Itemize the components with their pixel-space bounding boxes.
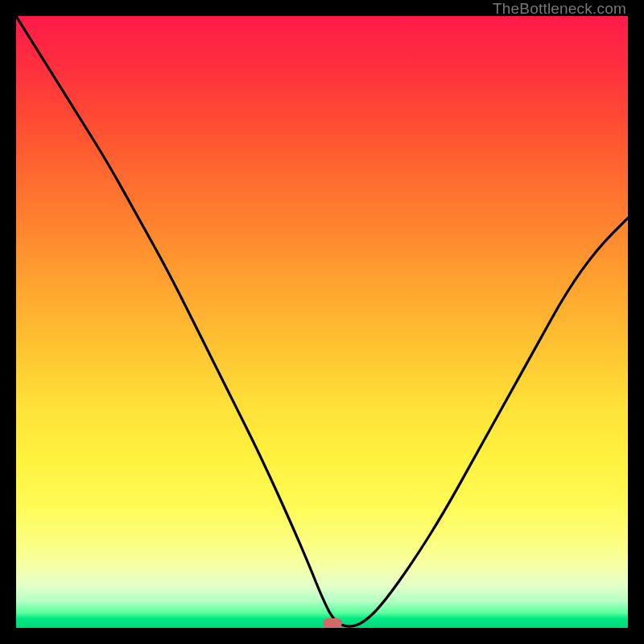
chart-frame: TheBottleneck.com bbox=[0, 0, 644, 644]
watermark-label: TheBottleneck.com bbox=[493, 0, 626, 18]
plot-area bbox=[16, 16, 628, 628]
curve-path bbox=[16, 16, 628, 626]
optimum-marker bbox=[323, 618, 342, 628]
bottleneck-curve bbox=[16, 16, 628, 628]
